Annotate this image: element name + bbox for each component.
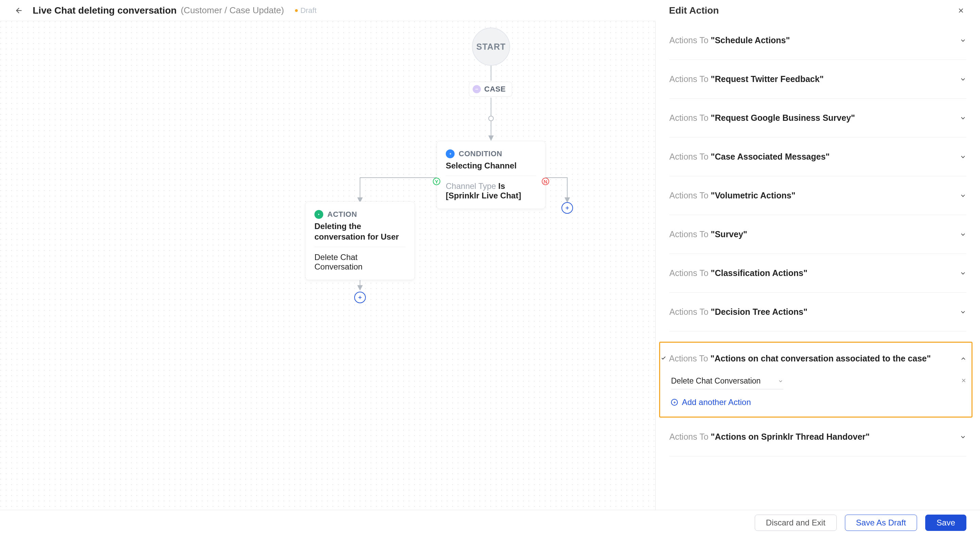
action-row-label: Actions To "Volumetric Actions" xyxy=(669,191,795,201)
start-label: START xyxy=(476,42,506,52)
workflow-canvas[interactable]: START CASE Y N CONDITION xyxy=(0,21,655,510)
condition-body: Channel Type Is [Sprinklr Live Chat] xyxy=(446,182,536,201)
plus-icon xyxy=(357,295,363,300)
action-row-header[interactable]: Actions To "Volumetric Actions" xyxy=(669,176,966,215)
page-subtitle: (Customer / Case Update) xyxy=(181,5,284,16)
action-select-row: Delete Chat Conversation xyxy=(669,373,967,389)
chevron-up-icon xyxy=(960,355,967,362)
yes-badge: Y xyxy=(433,178,440,185)
action-row[interactable]: Actions To "Survey" xyxy=(669,215,966,254)
panel-header: Edit Action xyxy=(655,0,980,21)
title-block: Live Chat deleting conversation (Custome… xyxy=(33,5,284,16)
action-row[interactable]: Actions To "Volumetric Actions" xyxy=(669,176,966,215)
action-row[interactable]: Actions To "Decision Tree Actions" xyxy=(669,293,966,331)
action-title: Deleting the conversation for User xyxy=(314,221,406,242)
condition-icon xyxy=(446,150,455,158)
add-another-action[interactable]: Add another Action xyxy=(669,389,967,407)
action-row-header[interactable]: Actions To "Request Google Business Surv… xyxy=(669,99,966,137)
action-body: Delete Chat Conversation xyxy=(314,253,406,272)
case-node[interactable]: CASE xyxy=(469,82,512,97)
action-row-header[interactable]: Actions To "Classification Actions" xyxy=(669,254,966,292)
plus-circle-icon xyxy=(671,399,678,406)
condition-type-label: CONDITION xyxy=(459,150,502,158)
action-icon xyxy=(314,210,323,219)
action-row-label: Actions To "Survey" xyxy=(669,229,747,239)
action-row-label: Actions To "Request Google Business Surv… xyxy=(669,113,855,123)
action-row-header[interactable]: Actions To "Request Twitter Feedback" xyxy=(669,60,966,98)
close-button[interactable] xyxy=(956,5,966,16)
add-node-button-no[interactable] xyxy=(562,202,573,214)
check-icon xyxy=(661,355,666,362)
action-row-header[interactable]: Actions To "Decision Tree Actions" xyxy=(669,293,966,331)
chevron-down-icon xyxy=(959,76,966,83)
chevron-down-icon xyxy=(959,270,966,277)
status-pill: Draft xyxy=(295,6,317,15)
status-dot-icon xyxy=(295,9,298,12)
start-circle: START xyxy=(472,27,510,66)
action-row-header[interactable]: Actions To "Case Associated Messages" xyxy=(669,137,966,176)
case-label: CASE xyxy=(484,85,506,94)
action-row-label: Actions To "Actions on chat conversation… xyxy=(669,353,931,363)
action-node[interactable]: ACTION Deleting the conversation for Use… xyxy=(305,201,415,280)
action-row-label: Actions To "Case Associated Messages" xyxy=(669,152,830,162)
save-draft-button[interactable]: Save As Draft xyxy=(845,514,917,531)
action-row-label: Actions To "Request Twitter Feedback" xyxy=(669,74,824,84)
action-row[interactable]: Actions To "Actions on Sprinklr Thread H… xyxy=(669,417,966,456)
action-row-header[interactable]: Actions To "Actions on chat conversation… xyxy=(669,343,967,373)
plus-icon xyxy=(565,205,570,211)
status-label: Draft xyxy=(301,6,317,15)
action-row-label: Actions To "Classification Actions" xyxy=(669,268,808,278)
condition-node[interactable]: Y N CONDITION Selecting Channel Channel … xyxy=(437,141,546,209)
discard-button[interactable]: Discard and Exit xyxy=(755,514,837,531)
action-row-header[interactable]: Actions To "Survey" xyxy=(669,215,966,253)
chevron-down-icon xyxy=(959,309,966,315)
action-row[interactable]: Actions To "Request Twitter Feedback" xyxy=(669,60,966,99)
arrow-left-icon xyxy=(14,6,24,15)
chevron-down-icon xyxy=(959,433,966,440)
action-row[interactable]: Actions To "Classification Actions" xyxy=(669,254,966,293)
save-button[interactable]: Save xyxy=(925,514,966,531)
action-type-label: ACTION xyxy=(327,210,357,219)
app-header: Live Chat deleting conversation (Custome… xyxy=(0,0,980,21)
condition-title: Selecting Channel xyxy=(446,160,536,171)
chevron-down-icon xyxy=(959,37,966,44)
chevron-down-icon xyxy=(778,379,783,384)
action-row-expanded: Actions To "Actions on chat conversation… xyxy=(659,342,972,417)
panel-title: Edit Action xyxy=(669,5,719,16)
action-row[interactable]: Actions To "Case Associated Messages" xyxy=(669,137,966,176)
action-row-label: Actions To "Schedule Actions" xyxy=(669,35,790,45)
footer-bar: Discard and Exit Save As Draft Save xyxy=(0,510,980,535)
add-another-label: Add another Action xyxy=(682,398,751,407)
clear-action-button[interactable] xyxy=(961,377,967,385)
action-row-header[interactable]: Actions To "Actions on Sprinklr Thread H… xyxy=(669,417,966,456)
action-row-label: Actions To "Actions on Sprinklr Thread H… xyxy=(669,432,870,442)
main-area: START CASE Y N CONDITION xyxy=(0,21,980,510)
action-select[interactable]: Delete Chat Conversation xyxy=(671,373,783,389)
svg-point-2 xyxy=(488,116,493,121)
chevron-down-icon xyxy=(959,231,966,238)
action-row[interactable]: Actions To "Request Google Business Surv… xyxy=(669,99,966,137)
add-node-button[interactable] xyxy=(354,292,366,303)
page-title: Live Chat deleting conversation xyxy=(33,5,177,16)
action-row[interactable]: Actions To "Schedule Actions" xyxy=(669,21,966,60)
close-icon xyxy=(957,7,965,14)
close-icon xyxy=(961,377,967,384)
chevron-down-icon xyxy=(959,153,966,160)
case-icon xyxy=(473,85,481,93)
back-button[interactable] xyxy=(14,5,24,16)
chevron-down-icon xyxy=(959,115,966,121)
action-row-header[interactable]: Actions To "Schedule Actions" xyxy=(669,21,966,60)
start-node[interactable]: START xyxy=(472,27,510,66)
edit-action-panel: Actions To "Schedule Actions" Actions To… xyxy=(655,21,980,510)
panel-body[interactable]: Actions To "Schedule Actions" Actions To… xyxy=(656,21,980,510)
action-row-label: Actions To "Decision Tree Actions" xyxy=(669,307,808,317)
chevron-down-icon xyxy=(959,192,966,199)
action-select-value: Delete Chat Conversation xyxy=(671,376,760,385)
no-badge: N xyxy=(542,178,549,185)
